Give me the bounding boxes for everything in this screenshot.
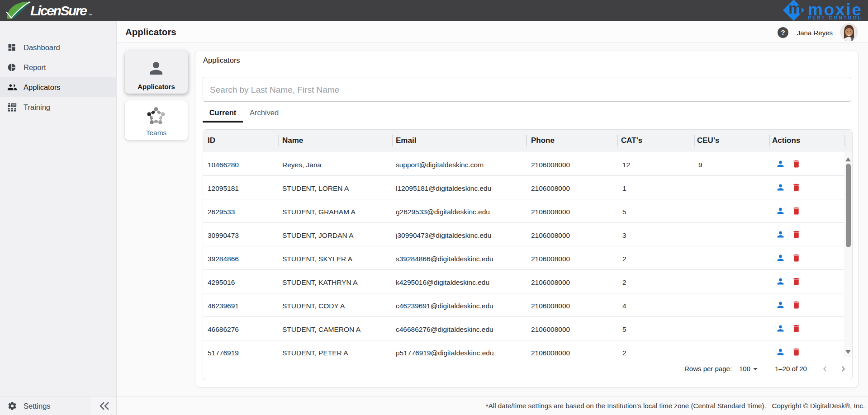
svg-text:™: ™ [88, 13, 92, 17]
svg-text:m: m [788, 0, 802, 17]
svg-text:LicenSure: LicenSure [30, 3, 87, 18]
svg-text:PEST CONTROL: PEST CONTROL [808, 15, 863, 20]
